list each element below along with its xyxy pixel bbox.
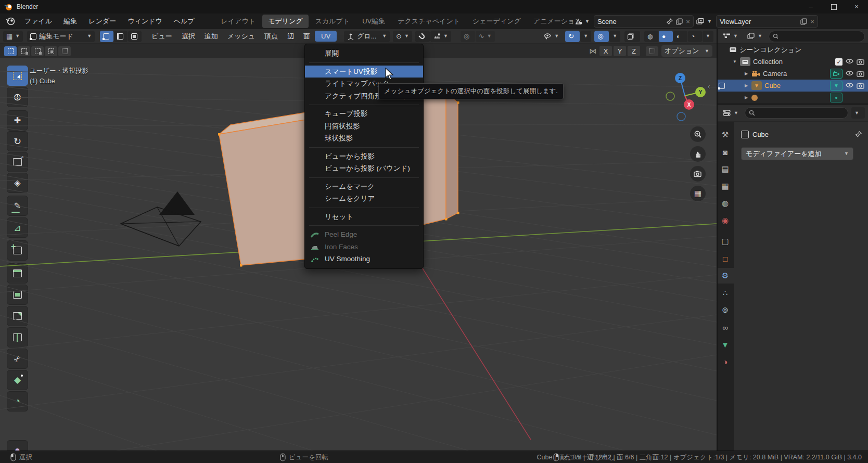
tab-object[interactable]: □ — [717, 251, 734, 266]
options-dropdown[interactable]: オプション ▼ — [661, 45, 712, 57]
uv-menu-item-unwrap[interactable]: 展開 — [305, 47, 423, 60]
hide-eye-icon[interactable] — [845, 82, 854, 89]
disable-render-icon[interactable] — [857, 82, 865, 89]
disclosure-closed-icon[interactable]: ▶ — [744, 71, 749, 76]
panel-divider[interactable] — [717, 29, 718, 451]
tab-object-data[interactable]: ▼ — [717, 337, 734, 352]
uv-menu-item-mark-seam[interactable]: シームをマーク — [305, 181, 423, 193]
workspace-tab-layout[interactable]: レイアウト — [215, 15, 262, 28]
menu-view[interactable]: ビュー — [147, 32, 177, 41]
tab-particles[interactable]: ∴ — [717, 285, 734, 301]
tab-constraints[interactable]: ∞ — [717, 319, 734, 335]
camera-data-icon[interactable] — [830, 69, 843, 79]
shading-settings-dropdown[interactable]: ▼ — [703, 31, 713, 42]
gizmo-neg-z-ball[interactable] — [677, 112, 685, 121]
tab-collection[interactable]: ▢ — [717, 234, 734, 249]
workspace-tab-shading[interactable]: シェーディング — [467, 15, 527, 28]
menu-window[interactable]: ウィンドウ — [122, 17, 168, 26]
mode-dropdown[interactable]: 編集モード ▼ — [27, 31, 95, 42]
overlays-settings-dropdown[interactable]: ▼ — [609, 31, 620, 42]
outliner-row-scene-collection[interactable]: シーンコレクション — [717, 44, 868, 56]
outliner-editor-type-button[interactable]: ▼ — [720, 31, 741, 42]
uv-menu-item-cylinder-projection[interactable]: 円筒状投影 — [305, 120, 423, 133]
proportional-falloff-dropdown[interactable]: ∿▼ — [476, 31, 495, 42]
close-button[interactable]: × — [845, 0, 868, 14]
outliner-search-input[interactable] — [781, 32, 861, 41]
add-modifier-button[interactable]: モディファイアーを追加 ▼ — [741, 147, 853, 160]
properties-search-input[interactable] — [757, 109, 844, 117]
face-select-mode-button[interactable] — [128, 31, 142, 42]
uv-menu-item-cube-projection[interactable]: キューブ投影 — [305, 108, 423, 120]
shading-material-button[interactable]: ◐ — [673, 31, 687, 42]
menu-select[interactable]: 選択 — [177, 32, 200, 41]
view-layer-field[interactable]: ViewLayer × — [716, 15, 818, 28]
zoom-button[interactable] — [690, 126, 706, 142]
camera-object[interactable] — [121, 191, 201, 246]
tab-modifiers[interactable]: ⚙ — [717, 268, 734, 284]
gizmo-settings-dropdown[interactable]: ▼ — [580, 31, 591, 42]
mirror-y-button[interactable]: Y — [614, 46, 626, 56]
snap-toggle-button[interactable] — [415, 31, 430, 42]
mirror-x-button[interactable]: X — [599, 46, 612, 56]
workspace-tab-texture-paint[interactable]: テクスチャペイント — [392, 15, 466, 28]
workspace-tab-modeling[interactable]: モデリング — [262, 15, 309, 28]
disable-render-icon[interactable] — [857, 70, 865, 77]
outliner-row-collection[interactable]: ▼ Collection ✓ — [717, 56, 868, 68]
outliner-row-cube[interactable]: ▶ ▼ Cube ▼ — [717, 80, 868, 92]
shading-solid-button[interactable]: ● — [659, 31, 673, 42]
uv-menu-item-reset[interactable]: リセット — [305, 211, 423, 223]
xray-toggle[interactable] — [624, 31, 640, 42]
outliner-row-camera[interactable]: ▶ Camera — [717, 68, 868, 80]
properties-options-dropdown[interactable]: ▼ — [851, 107, 865, 119]
minimize-button[interactable]: – — [799, 0, 822, 14]
select-invert-mode-button[interactable] — [45, 46, 57, 56]
properties-search[interactable] — [745, 107, 848, 119]
show-gizmo-toggle[interactable]: ↻ — [565, 31, 580, 42]
new-view-layer-icon[interactable] — [800, 18, 807, 25]
orthographic-toggle-button[interactable]: ▦ — [690, 186, 706, 201]
blender-menu-icon[interactable] — [5, 17, 16, 26]
remove-view-layer-icon[interactable]: × — [810, 18, 814, 25]
disclosure-open-icon[interactable]: ▼ — [732, 59, 737, 64]
pan-button[interactable] — [690, 146, 706, 162]
tab-render[interactable]: ◙ — [717, 144, 734, 160]
uv-menu-item-clear-seam[interactable]: シームをクリア — [305, 192, 423, 205]
snap-settings-dropdown[interactable]: ▼ — [430, 31, 451, 42]
select-set-mode-button[interactable] — [4, 46, 17, 56]
disable-render-icon[interactable] — [857, 58, 865, 65]
menu-mesh[interactable]: メッシュ — [223, 32, 260, 41]
pin-icon[interactable] — [854, 131, 862, 138]
pivot-point-dropdown[interactable]: ⊙▼ — [393, 31, 412, 42]
navigation-gizmo[interactable]: Z Y X — [666, 73, 706, 121]
selectability-visibility-dropdown[interactable]: ▼ — [540, 31, 562, 42]
unlink-scene-icon[interactable]: × — [686, 18, 690, 25]
gizmo-neg-y-ball[interactable] — [666, 92, 674, 100]
select-subtract-mode-button[interactable] — [31, 46, 44, 56]
tab-tool[interactable]: ⚒ — [717, 127, 734, 143]
tab-physics[interactable]: ⊚ — [717, 302, 734, 318]
tab-output[interactable]: ▤ — [717, 161, 734, 177]
workspace-tab-uv-editing[interactable]: UV編集 — [356, 15, 391, 28]
outliner-display-mode-button[interactable]: ▼ — [744, 31, 765, 42]
view-layer-selector[interactable]: ▼ — [693, 16, 715, 27]
scene-name-field[interactable]: Scene × — [594, 15, 694, 28]
vertex-select-mode-button[interactable] — [100, 31, 113, 42]
tab-world[interactable]: ◉ — [717, 213, 734, 228]
hide-eye-icon[interactable] — [845, 70, 854, 77]
tab-view-layer[interactable]: ▦ — [717, 178, 734, 194]
outliner-properties-divider[interactable] — [717, 104, 868, 104]
sidebar-collapse-arrow[interactable]: ‹ — [708, 82, 710, 91]
menu-render[interactable]: レンダー — [83, 17, 122, 26]
shading-wireframe-button[interactable]: ◍ — [644, 31, 658, 42]
menu-add[interactable]: 追加 — [200, 32, 223, 41]
properties-editor-type-button[interactable]: ▼ — [720, 107, 742, 119]
outliner-row-partial[interactable]: ▶ ● — [717, 92, 868, 104]
mesh-data-icon[interactable]: ▼ — [830, 81, 843, 91]
uv-menu-item-smart-uv-project[interactable]: スマートUV投影 — [305, 66, 423, 78]
uv-menu-item-project-from-view[interactable]: ビューから投影 — [305, 150, 423, 163]
uv-menu-item-peel-edge[interactable]: Peel Edge — [305, 228, 423, 241]
hide-eye-icon[interactable] — [845, 58, 854, 65]
proportional-editing-toggle[interactable]: ◎ — [461, 31, 475, 42]
camera-view-button[interactable] — [690, 166, 706, 182]
uv-menu-item-iron-faces[interactable]: Iron Faces — [305, 241, 423, 253]
